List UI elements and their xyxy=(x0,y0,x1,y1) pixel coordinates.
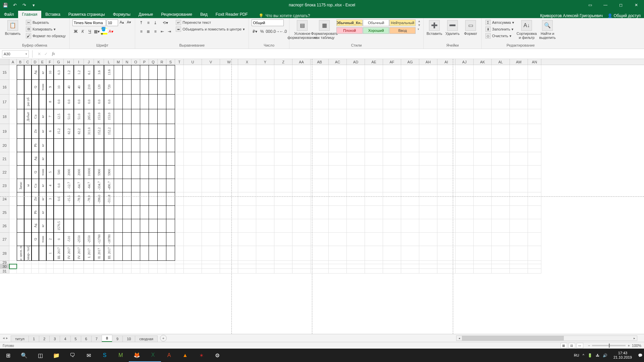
cell-H31[interactable] xyxy=(64,269,74,274)
cell-N21[interactable] xyxy=(123,152,131,166)
cell-AB26[interactable] xyxy=(311,219,329,233)
tray-network-icon[interactable]: 🖧 xyxy=(596,353,599,357)
cell-Y25[interactable] xyxy=(256,206,274,219)
cell-AC18[interactable] xyxy=(329,109,347,124)
file-explorer-icon[interactable]: 📁 xyxy=(48,349,64,362)
cell-V26[interactable] xyxy=(202,219,220,233)
cell-E15[interactable]: кг xyxy=(39,65,46,80)
tab-Разметка страницы[interactable]: Разметка страницы xyxy=(64,11,109,18)
cell-G19[interactable]: 15.2 xyxy=(54,124,64,139)
accept-formula-icon[interactable]: ✓ xyxy=(43,52,49,56)
cell-I21[interactable] xyxy=(74,152,84,166)
cell-Y29[interactable] xyxy=(256,261,274,264)
cell-V23[interactable] xyxy=(202,179,220,192)
cell-AB25[interactable] xyxy=(311,206,329,219)
cell-E29[interactable] xyxy=(39,261,46,264)
cell-S31[interactable] xyxy=(166,269,175,274)
cell-F20[interactable] xyxy=(46,139,54,152)
tab-Рецензирование[interactable]: Рецензирование xyxy=(157,11,196,18)
cell-F26[interactable] xyxy=(46,219,54,233)
cell-R25[interactable] xyxy=(158,206,166,219)
cell-U29[interactable] xyxy=(184,261,202,264)
cell-AJ25[interactable] xyxy=(455,206,474,219)
cell-L20[interactable] xyxy=(104,139,114,152)
sheet-tab-1[interactable]: 1 xyxy=(29,336,39,342)
cell-G27[interactable]: 0 xyxy=(54,233,64,246)
cell-M31[interactable] xyxy=(114,269,123,274)
cell-D30[interactable] xyxy=(32,264,39,269)
cell-Y28[interactable] xyxy=(256,246,274,261)
cell-AD16[interactable] xyxy=(347,80,365,95)
cell-AM31[interactable] xyxy=(510,269,528,274)
cell-V30[interactable] xyxy=(202,264,220,269)
cell-H29[interactable] xyxy=(64,261,74,264)
cell-R28[interactable] xyxy=(158,246,166,261)
cell-N31[interactable] xyxy=(123,269,131,274)
cell-AN23[interactable] xyxy=(528,179,541,192)
tray-battery-icon[interactable]: 🔋 xyxy=(588,353,592,358)
cell-U31[interactable] xyxy=(184,269,202,274)
cell-Z27[interactable] xyxy=(274,233,292,246)
cell-AC23[interactable] xyxy=(329,179,347,192)
font-size-combo[interactable] xyxy=(107,19,118,26)
cell-G15[interactable]: 0.3 xyxy=(54,65,64,80)
cell-Q29[interactable] xyxy=(149,261,158,264)
cell-N29[interactable] xyxy=(123,261,131,264)
cell-J21[interactable] xyxy=(84,152,94,166)
cell-S28[interactable] xyxy=(166,246,175,261)
cell-A16[interactable] xyxy=(9,80,17,95)
cell-Q16[interactable] xyxy=(149,80,158,95)
cell-AL24[interactable] xyxy=(492,192,510,206)
cell-K20[interactable] xyxy=(94,139,104,152)
cell-AA22[interactable] xyxy=(292,166,311,179)
cell-G18[interactable]: 12.5 xyxy=(54,109,64,124)
col-header-AB[interactable]: AB xyxy=(311,59,329,65)
cell-AL18[interactable] xyxy=(492,109,510,124)
cell-AK20[interactable] xyxy=(474,139,492,152)
column-headers[interactable]: ABCDEFGHIJKLMNOPQRSTUVWXYZAAABACADAEAFAG… xyxy=(0,59,644,65)
cell-Y23[interactable] xyxy=(256,179,274,192)
cell-AA27[interactable] xyxy=(292,233,311,246)
sheet-tab-6[interactable]: 6 xyxy=(81,336,92,342)
cell-AD17[interactable] xyxy=(347,95,365,109)
name-box[interactable]: A30 xyxy=(2,50,29,58)
cell-AM16[interactable] xyxy=(510,80,528,95)
cell-S23[interactable] xyxy=(166,179,175,192)
cell-Q15[interactable] xyxy=(149,65,158,80)
cell-O23[interactable] xyxy=(131,179,140,192)
col-header-AJ[interactable]: AJ xyxy=(455,59,474,65)
cell-F28[interactable]: 1 xyxy=(46,246,54,261)
cell-AC20[interactable] xyxy=(329,139,347,152)
cell-Q20[interactable] xyxy=(149,139,158,152)
cell-R22[interactable] xyxy=(158,166,166,179)
cell-O31[interactable] xyxy=(131,269,140,274)
cell-E21[interactable]: кг xyxy=(39,152,46,166)
cell-Q21[interactable] xyxy=(149,152,158,166)
cell-B30[interactable] xyxy=(17,264,24,269)
cell-A29[interactable] xyxy=(9,261,17,264)
cell-D18[interactable]: Cu xyxy=(32,109,39,124)
cell-T22[interactable] xyxy=(175,166,184,179)
increase-font-icon[interactable]: A▴ xyxy=(119,19,125,26)
autosum-button[interactable]: ΣАвтосумма ▾ xyxy=(484,19,515,25)
cell-AG29[interactable] xyxy=(401,261,419,264)
clear-button[interactable]: ◇Очистить ▾ xyxy=(484,33,515,39)
font-color-button[interactable]: A▾ xyxy=(108,28,114,35)
cell-V22[interactable] xyxy=(202,166,220,179)
number-format-combo[interactable] xyxy=(252,19,284,26)
cell-U17[interactable] xyxy=(184,95,202,109)
cell-Y17[interactable] xyxy=(256,95,274,109)
row-header-21[interactable]: 21 xyxy=(0,152,9,166)
cell-U20[interactable] xyxy=(184,139,202,152)
row-header-22[interactable]: 22 xyxy=(0,166,9,179)
cell-C29[interactable] xyxy=(24,261,32,264)
autocad-icon[interactable]: A xyxy=(161,349,177,362)
cell-C21[interactable] xyxy=(24,152,32,166)
cell-AF21[interactable] xyxy=(383,152,401,166)
cell-AK16[interactable] xyxy=(474,80,492,95)
fx-icon[interactable]: fx xyxy=(52,51,55,56)
cell-E24[interactable]: кг xyxy=(39,192,46,206)
cell-AK21[interactable] xyxy=(474,152,492,166)
sheet-tab-8[interactable]: 8 xyxy=(102,335,112,342)
cell-F27[interactable]: 2 xyxy=(46,233,54,246)
